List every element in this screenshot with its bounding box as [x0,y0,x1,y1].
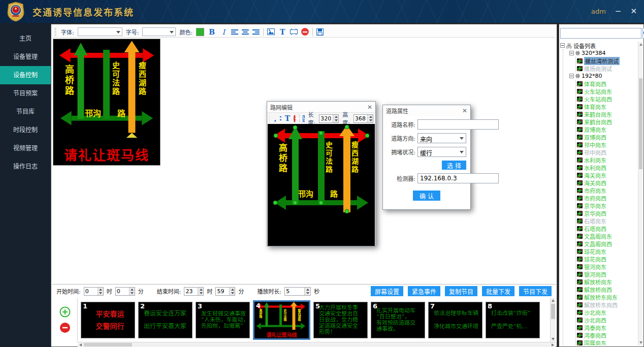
playlist-item-6[interactable]: 6扎实开展电动车“百日整治”，有效预防道路交通事故。 [371,302,425,338]
spin-up-icon[interactable] [198,288,203,292]
editor-canvas[interactable]: 高桥路 史可法路 瘦西湖路 邗沟 路 [268,124,375,246]
spin-up-icon[interactable] [98,288,103,292]
insert-text-icon[interactable]: T [278,28,286,36]
remove-program-icon[interactable] [59,322,71,333]
scroll-down-icon[interactable] [552,338,555,340]
road-direction-select[interactable]: 来向 [417,133,466,143]
tree-group-0[interactable]: 320*384 [569,49,637,57]
color-swatch[interactable] [196,28,204,36]
spin-down-icon[interactable] [198,291,203,295]
spin-down-icon[interactable] [130,291,135,295]
font-select[interactable] [78,27,122,36]
align-left-icon[interactable] [231,29,238,35]
device-item[interactable]: 市府岗西 [577,194,637,202]
device-item[interactable]: 解放桥岗东 [577,278,637,286]
select-button[interactable]: 选 择 [442,161,466,170]
start-hour-input[interactable] [84,288,98,295]
device-item[interactable]: 京华岗东 [577,202,637,209]
device-item[interactable]: 海关岗东 [577,171,637,179]
device-item[interactable]: 解放桥岗西 [577,286,637,293]
device-item[interactable]: 双博岗西 [577,133,637,141]
device-item[interactable]: 沙北岗西 [577,316,637,324]
playlist-item-2[interactable]: 2春运安全连万家出行平安靠大家 [138,302,192,338]
scroll-up-icon[interactable] [639,43,642,46]
device-item[interactable]: 银河岗东 [577,263,637,270]
playlist-item-3[interactable]: 3发生轻微交通事故“人未伤，车能动，先拍照，后撤离” [196,302,250,338]
device-item[interactable]: 石塔岗西 [577,225,637,232]
end-hour-stepper[interactable] [184,287,204,296]
detector-field[interactable] [417,173,499,183]
dialog-titlebar[interactable]: 道路属性 ✕ [383,105,470,116]
minimize-icon[interactable]: − [615,8,622,15]
device-item[interactable]: 来鹤台岗西 [577,118,637,125]
start-minute-stepper[interactable] [115,287,135,296]
end-minute-input[interactable] [216,288,229,295]
device-item[interactable]: 邗中岗东 [577,141,637,148]
height-stepper[interactable] [353,114,373,123]
align-right-icon[interactable] [252,29,260,35]
scroll-down-icon[interactable] [639,341,642,344]
playlist-item-4[interactable]: 4 高桥路 史可法路 瘦西湖路 请礼让斑马线 [253,300,310,340]
stop-icon[interactable] [301,28,309,36]
action-button-0[interactable]: 屏幕设置 [371,286,403,296]
device-item[interactable]: 体育岗西 [577,80,637,87]
device-tree-scrollbar[interactable] [638,42,643,345]
toolbar-grip[interactable] [269,114,270,122]
stop-icon[interactable] [294,115,296,122]
dialog-titlebar[interactable]: 路网编辑 ✕ [267,102,375,112]
device-item[interactable]: 京华岗西 [577,209,637,217]
length-input[interactable] [319,115,333,122]
device-search-input[interactable] [560,28,641,39]
playlist-item-8[interactable]: 8打击改装“炸街”严查严处“机… [486,302,540,338]
start-minute-input[interactable] [116,288,129,295]
device-item[interactable]: 国展岗东 [577,339,637,345]
sidebar-item-6[interactable]: 视频管理 [0,139,51,157]
device-item[interactable]: 市府岗东 [577,186,637,194]
device-item[interactable]: 解放桥东岗东 [577,293,637,301]
playlist-vertical-scrollbar[interactable] [550,298,556,342]
road-cross-icon[interactable] [279,115,281,122]
congestion-select[interactable]: 缓行 [417,147,466,157]
end-hour-input[interactable] [184,288,198,295]
spin-down-icon[interactable] [305,291,310,295]
device-item[interactable]: 火车站岗东 [577,87,637,95]
device-item[interactable]: 文昌阁岗西 [577,240,637,247]
device-item[interactable]: 维扬岗测试 [577,65,637,72]
spin-down-icon[interactable] [98,291,103,295]
road-name-field[interactable] [417,119,499,130]
action-button-4[interactable]: 节目下发 [519,286,552,296]
sidebar-item-3[interactable]: 节目预案 [0,84,51,103]
scroll-right-icon[interactable] [552,343,554,346]
close-icon[interactable]: ✕ [462,107,467,114]
spin-down-icon[interactable] [230,291,235,295]
playlist-item-1[interactable]: 1平安春运交警同行 [81,302,135,338]
device-item[interactable]: 文昌阁岗东 [577,232,637,240]
start-hour-stepper[interactable] [84,287,104,296]
height-input[interactable] [354,115,367,122]
device-item[interactable]: 解放桥东岗西 [577,301,637,308]
scroll-up-icon[interactable] [552,299,555,302]
spin-up-icon[interactable] [333,115,338,119]
tree-group-1[interactable]: 192*80 [569,72,637,80]
device-item[interactable]: 火车站岗西 [577,95,637,103]
device-item[interactable]: 鸿泰岗西 [577,331,637,339]
italic-icon[interactable]: I [219,28,228,36]
duration-input[interactable] [285,288,304,295]
action-button-3[interactable]: 批量下发 [482,286,514,296]
spin-up-icon[interactable] [305,288,310,292]
font-size-select[interactable] [142,27,176,36]
sidebar-item-7[interactable]: 操作日志 [0,157,51,176]
sidebar-item-1[interactable]: 设备管理 [0,48,51,66]
scrollbar-thumb[interactable] [551,304,555,319]
spin-down-icon[interactable] [333,118,338,122]
scrollbar-thumb[interactable] [84,343,132,346]
device-item[interactable]: 石塔岗东 [577,217,637,225]
device-item[interactable]: 琼花岗西 [577,255,637,263]
device-item[interactable]: 沙北岗东 [577,308,637,316]
collapse-icon[interactable] [569,74,574,78]
spin-up-icon[interactable] [130,288,135,292]
collapse-icon[interactable] [560,43,565,48]
align-center-icon[interactable] [242,29,249,35]
tree-root[interactable]: 设备列表 [560,42,637,49]
device-item[interactable]: 体育岗东 [577,103,637,110]
